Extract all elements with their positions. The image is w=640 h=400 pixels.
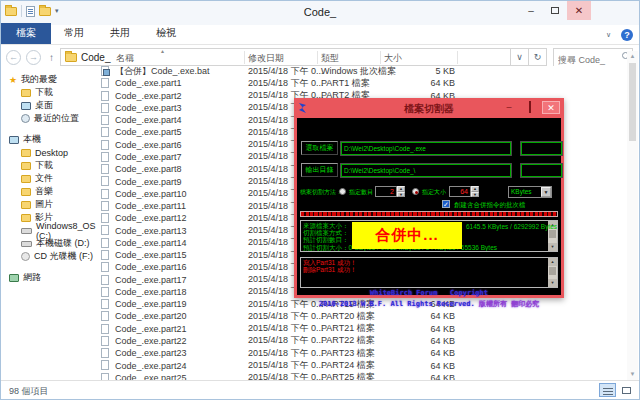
sidebar-item-桌面[interactable]: 桌面 (1, 99, 97, 112)
sidebar-item-文件[interactable]: 文件 (1, 172, 97, 185)
table-row[interactable]: Code_.exe.part252015/4/18 下午 0...PART25 … (99, 372, 627, 380)
column-header-size[interactable]: 大小 (384, 52, 402, 65)
sidebar-item-下載[interactable]: 下載 (1, 86, 97, 99)
count-stepper[interactable]: ▲▼ (397, 186, 405, 197)
file-date: 2015/4/18 下午 0... (248, 322, 320, 335)
size-value-field[interactable]: 64 (449, 186, 471, 197)
sidebar-item-下載[interactable]: 下載 (1, 159, 97, 172)
file-type: PART22 檔案 (321, 334, 397, 347)
scrollbar[interactable]: ▲ ▼ (627, 51, 638, 380)
folder-icon (21, 162, 31, 170)
divider[interactable] (457, 51, 458, 64)
scroll-down-icon[interactable]: ▼ (548, 279, 557, 287)
table-row[interactable]: Code_.exe.part222015/4/18 下午 0...PART22 … (99, 335, 627, 347)
table-row[interactable]: Code_.exe.part232015/4/18 下午 0...PART23 … (99, 347, 627, 359)
dialog-minimize-button[interactable]: – (500, 101, 518, 114)
tab-1[interactable]: 常用 (51, 23, 97, 44)
radio-specify-count[interactable] (339, 188, 346, 195)
batch-checkbox-row: ✓ 創建含合併指令的批次檔 (297, 200, 557, 210)
close-button[interactable]: ✕ (567, 1, 591, 20)
file-name: Code_.exe.part2 (115, 91, 245, 101)
file-icon (101, 287, 109, 297)
divider[interactable] (244, 51, 245, 64)
output-dir-input[interactable]: D:\Wei2\Desktop\Code_\ (341, 164, 511, 177)
table-row[interactable]: Code_.exe.part12015/4/18 下午 0...PART1 檔案… (99, 77, 627, 89)
thumbnails-view-button[interactable] (618, 383, 635, 397)
scroll-up-icon[interactable]: ▲ (548, 258, 557, 266)
dialog-close-button[interactable]: ✕ (542, 101, 560, 114)
sidebar-item-label: 本機磁碟 (D:) (36, 237, 90, 250)
table-row[interactable]: 【合併】Code_.exe.bat2015/4/18 下午 0...Window… (99, 65, 627, 77)
size-stepper[interactable]: ▲▼ (471, 186, 479, 197)
sidebar-group-網路[interactable]: 網路 (1, 271, 97, 284)
ribbon-tabs: 檔案常用共用檢視 (1, 25, 639, 45)
sidebar-item-本機磁碟 (D:)[interactable]: 本機磁碟 (D:) (1, 237, 97, 250)
merging-text: 合併中... (375, 226, 439, 243)
dialog-title-bar[interactable]: 檔案切割器 – ✕ (294, 98, 564, 118)
count-value-field[interactable]: 2 (375, 186, 397, 197)
file-icon (101, 262, 109, 272)
radio-count-label[interactable]: 指定數目 (349, 188, 373, 197)
sidebar-item-Desktop[interactable]: Desktop (1, 146, 97, 159)
tab-3[interactable]: 檢視 (143, 23, 189, 44)
select-file-button[interactable]: 選取檔案 (301, 141, 338, 155)
file-name: Code_.exe.part7 (115, 152, 245, 162)
batch-checkbox[interactable]: ✓ (442, 200, 450, 208)
log-panel[interactable]: 寫入Part31 成功！刪除Part31 成功！ ▲ ▼ (300, 257, 558, 288)
file-name: Code_.exe.part24 (115, 361, 245, 371)
column-header-name[interactable]: 名稱 (116, 52, 134, 65)
column-header-date[interactable]: 修改日期 (248, 52, 284, 65)
sidebar-item-最近的位置[interactable]: 最近的位置 (1, 112, 97, 125)
maximize-button[interactable] (543, 1, 567, 20)
table-row[interactable]: Code_.exe.part212015/4/18 下午 0...PART21 … (99, 323, 627, 335)
help-icon[interactable]: ? (621, 29, 633, 41)
dialog-maximize-button[interactable] (521, 101, 539, 114)
file-date: 2015/4/18 下午 0... (248, 65, 320, 78)
up-button[interactable]: ↑ (49, 52, 54, 63)
divider[interactable] (380, 51, 381, 64)
table-row[interactable]: Code_.exe.part202015/4/18 下午 0...PART20 … (99, 310, 627, 322)
details-view-button[interactable] (599, 383, 616, 397)
output-dir-value-box (521, 164, 562, 177)
minimize-button[interactable]: – (519, 1, 543, 20)
select-file-value-box (521, 142, 562, 155)
sidebar-item-音樂[interactable]: 音樂 (1, 185, 97, 198)
sidebar-item-label: Desktop (35, 148, 68, 158)
divider[interactable] (317, 51, 318, 64)
sidebar-item-圖片[interactable]: 圖片 (1, 198, 97, 211)
file-name: Code_.exe.part3 (115, 103, 245, 113)
file-name: Code_.exe.part12 (115, 213, 245, 223)
table-row[interactable]: Code_.exe.part242015/4/18 下午 0...PART24 … (99, 359, 627, 371)
file-name: Code_.exe.part13 (115, 226, 245, 236)
scrollbar-thumb[interactable] (629, 63, 636, 141)
expand-ribbon-icon[interactable]: ∨ (606, 31, 611, 39)
forward-button[interactable]: → (26, 50, 41, 65)
folder-icon (21, 149, 31, 157)
scrollbar[interactable]: ▲ ▼ (548, 258, 557, 287)
tab-2[interactable]: 共用 (97, 23, 143, 44)
unit-select[interactable]: KBytes ▼ (508, 186, 552, 198)
file-size: 64 KB (399, 311, 455, 321)
batch-checkbox-label[interactable]: 創建含合併指令的批次檔 (454, 201, 526, 210)
scroll-down-icon[interactable]: ▼ (627, 369, 638, 380)
file-size: 64 KB (399, 324, 455, 334)
sidebar-item-label: 下載 (35, 159, 53, 172)
scroll-up-icon[interactable]: ▲ (627, 51, 638, 62)
tab-file[interactable]: 檔案 (1, 23, 51, 44)
radio-specify-size[interactable] (412, 188, 419, 195)
sidebar-item-Windows8_OS (C:)[interactable]: Windows8_OS (C:) (1, 224, 97, 237)
scroll-down-icon[interactable]: ▼ (548, 243, 557, 251)
sidebar-group-我的最愛[interactable]: ★我的最愛 (1, 73, 97, 86)
info-panel[interactable]: 來源檔案大小：切割檔案方式：預計切割數目：預計切割大小：0 GBytes / 0… (300, 220, 558, 252)
sidebar-item-CD 光碟機 (F:)[interactable]: CD 光碟機 (F:) (1, 250, 97, 263)
scrollbar-thumb[interactable] (549, 267, 556, 275)
scrollbar-thumb[interactable] (549, 230, 556, 238)
output-dir-button[interactable]: 輸出目錄 (301, 163, 338, 177)
chevron-down-icon[interactable]: ▼ (541, 187, 551, 197)
column-header-type[interactable]: 類型 (321, 52, 339, 65)
radio-size-label[interactable]: 指定大小 (422, 188, 446, 197)
select-file-input[interactable]: D:\Wei2\Desktop\Code_.exe (341, 142, 511, 155)
sidebar-group-本機[interactable]: 本機 (1, 133, 97, 146)
file-size: 64 KB (399, 78, 455, 88)
back-button[interactable]: ← (6, 50, 21, 65)
